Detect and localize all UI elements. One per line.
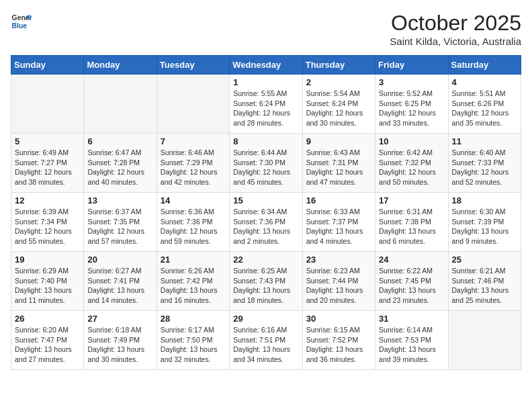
calendar-day-cell: 27Sunrise: 6:18 AMSunset: 7:49 PMDayligh… [84, 311, 157, 370]
day-info: Sunrise: 5:52 AMSunset: 6:25 PMDaylight:… [379, 89, 444, 128]
day-number: 26 [15, 314, 80, 324]
day-info: Sunrise: 6:26 AMSunset: 7:42 PMDaylight:… [161, 266, 226, 306]
day-number: 25 [452, 255, 517, 265]
day-number: 27 [87, 314, 152, 324]
calendar-day-cell: 19Sunrise: 6:29 AMSunset: 7:40 PMDayligh… [11, 252, 84, 311]
calendar-day-cell: 18Sunrise: 6:30 AMSunset: 7:39 PMDayligh… [448, 193, 521, 252]
day-number: 10 [379, 136, 444, 146]
day-info: Sunrise: 6:27 AMSunset: 7:41 PMDaylight:… [87, 266, 152, 306]
calendar-week-row: 5Sunrise: 6:49 AMSunset: 7:27 PMDaylight… [11, 134, 521, 193]
logo: General Blue General Blue [11, 11, 32, 32]
day-number: 21 [161, 255, 226, 265]
day-number: 7 [161, 136, 226, 146]
day-number: 23 [306, 255, 371, 265]
day-number: 12 [15, 195, 80, 205]
day-number: 28 [161, 314, 226, 324]
logo-icon: General Blue [11, 11, 32, 32]
day-number: 18 [452, 195, 517, 205]
calendar-day-cell: 28Sunrise: 6:17 AMSunset: 7:50 PMDayligh… [157, 311, 229, 370]
weekday-header-thursday: Thursday [302, 56, 375, 75]
day-number: 20 [87, 255, 152, 265]
day-number: 24 [379, 255, 444, 265]
day-info: Sunrise: 6:21 AMSunset: 7:46 PMDaylight:… [452, 266, 517, 306]
day-number: 30 [306, 314, 371, 324]
calendar-day-cell: 21Sunrise: 6:26 AMSunset: 7:42 PMDayligh… [157, 252, 229, 311]
day-info: Sunrise: 6:37 AMSunset: 7:35 PMDaylight:… [87, 207, 152, 246]
title-block: October 2025 Saint Kilda, Victoria, Aust… [390, 11, 521, 47]
day-info: Sunrise: 6:31 AMSunset: 7:38 PMDaylight:… [379, 207, 444, 246]
calendar-day-cell: 24Sunrise: 6:22 AMSunset: 7:45 PMDayligh… [375, 252, 448, 311]
day-number: 31 [379, 314, 444, 324]
day-info: Sunrise: 6:15 AMSunset: 7:52 PMDaylight:… [306, 325, 371, 365]
calendar-day-cell: 9Sunrise: 6:43 AMSunset: 7:31 PMDaylight… [302, 134, 375, 193]
weekday-header-sunday: Sunday [11, 56, 84, 75]
day-info: Sunrise: 6:40 AMSunset: 7:33 PMDaylight:… [452, 148, 517, 187]
calendar-week-row: 26Sunrise: 6:20 AMSunset: 7:47 PMDayligh… [11, 311, 521, 370]
day-info: Sunrise: 6:44 AMSunset: 7:30 PMDaylight:… [233, 148, 298, 187]
calendar-day-cell: 23Sunrise: 6:23 AMSunset: 7:44 PMDayligh… [302, 252, 375, 311]
day-info: Sunrise: 6:22 AMSunset: 7:45 PMDaylight:… [379, 266, 444, 306]
day-number: 19 [15, 255, 80, 265]
calendar-empty-cell [448, 311, 521, 370]
calendar-day-cell: 14Sunrise: 6:36 AMSunset: 7:36 PMDayligh… [157, 193, 229, 252]
calendar-day-cell: 6Sunrise: 6:47 AMSunset: 7:28 PMDaylight… [84, 134, 157, 193]
day-info: Sunrise: 6:47 AMSunset: 7:28 PMDaylight:… [87, 148, 152, 187]
calendar-day-cell: 12Sunrise: 6:39 AMSunset: 7:34 PMDayligh… [11, 193, 84, 252]
day-info: Sunrise: 5:54 AMSunset: 6:24 PMDaylight:… [306, 89, 371, 128]
day-number: 14 [161, 195, 226, 205]
day-info: Sunrise: 5:51 AMSunset: 6:26 PMDaylight:… [452, 89, 517, 128]
day-info: Sunrise: 6:43 AMSunset: 7:31 PMDaylight:… [306, 148, 371, 187]
day-number: 6 [87, 136, 152, 146]
day-info: Sunrise: 6:30 AMSunset: 7:39 PMDaylight:… [452, 207, 517, 246]
calendar-day-cell: 13Sunrise: 6:37 AMSunset: 7:35 PMDayligh… [84, 193, 157, 252]
weekday-header-friday: Friday [375, 56, 448, 75]
calendar-day-cell: 7Sunrise: 6:46 AMSunset: 7:29 PMDaylight… [157, 134, 229, 193]
calendar-week-row: 19Sunrise: 6:29 AMSunset: 7:40 PMDayligh… [11, 252, 521, 311]
calendar-week-row: 1Sunrise: 5:55 AMSunset: 6:24 PMDaylight… [11, 75, 521, 134]
day-number: 17 [379, 195, 444, 205]
day-info: Sunrise: 6:49 AMSunset: 7:27 PMDaylight:… [15, 148, 80, 187]
day-info: Sunrise: 6:36 AMSunset: 7:36 PMDaylight:… [161, 207, 226, 246]
calendar-day-cell: 16Sunrise: 6:33 AMSunset: 7:37 PMDayligh… [302, 193, 375, 252]
day-number: 29 [233, 314, 298, 324]
day-info: Sunrise: 6:20 AMSunset: 7:47 PMDaylight:… [15, 325, 80, 365]
day-info: Sunrise: 6:33 AMSunset: 7:37 PMDaylight:… [306, 207, 371, 246]
calendar-day-cell: 1Sunrise: 5:55 AMSunset: 6:24 PMDaylight… [230, 75, 302, 134]
day-info: Sunrise: 6:29 AMSunset: 7:40 PMDaylight:… [15, 266, 80, 306]
day-info: Sunrise: 6:18 AMSunset: 7:49 PMDaylight:… [87, 325, 152, 365]
calendar-day-cell: 31Sunrise: 6:14 AMSunset: 7:53 PMDayligh… [375, 311, 448, 370]
day-info: Sunrise: 6:16 AMSunset: 7:51 PMDaylight:… [233, 325, 298, 365]
weekday-header-monday: Monday [84, 56, 157, 75]
calendar-day-cell: 30Sunrise: 6:15 AMSunset: 7:52 PMDayligh… [302, 311, 375, 370]
calendar-day-cell: 25Sunrise: 6:21 AMSunset: 7:46 PMDayligh… [448, 252, 521, 311]
weekday-header-saturday: Saturday [448, 56, 521, 75]
calendar-empty-cell [157, 75, 229, 134]
day-info: Sunrise: 6:25 AMSunset: 7:43 PMDaylight:… [233, 266, 298, 306]
day-info: Sunrise: 6:17 AMSunset: 7:50 PMDaylight:… [161, 325, 226, 365]
calendar-day-cell: 4Sunrise: 5:51 AMSunset: 6:26 PMDaylight… [448, 75, 521, 134]
calendar-empty-cell [11, 75, 84, 134]
day-info: Sunrise: 6:34 AMSunset: 7:36 PMDaylight:… [233, 207, 298, 246]
day-info: Sunrise: 6:46 AMSunset: 7:29 PMDaylight:… [161, 148, 226, 187]
day-number: 9 [306, 136, 371, 146]
calendar-empty-cell [84, 75, 157, 134]
calendar-day-cell: 20Sunrise: 6:27 AMSunset: 7:41 PMDayligh… [84, 252, 157, 311]
day-number: 13 [87, 195, 152, 205]
day-number: 11 [452, 136, 517, 146]
calendar-day-cell: 22Sunrise: 6:25 AMSunset: 7:43 PMDayligh… [230, 252, 302, 311]
calendar-day-cell: 29Sunrise: 6:16 AMSunset: 7:51 PMDayligh… [230, 311, 302, 370]
calendar-day-cell: 10Sunrise: 6:42 AMSunset: 7:32 PMDayligh… [375, 134, 448, 193]
calendar-table: SundayMondayTuesdayWednesdayThursdayFrid… [11, 55, 521, 370]
day-info: Sunrise: 6:14 AMSunset: 7:53 PMDaylight:… [379, 325, 444, 365]
day-number: 3 [379, 77, 444, 87]
page-header: General Blue General Blue October 2025 S… [11, 11, 521, 47]
svg-text:Blue: Blue [12, 22, 28, 30]
calendar-day-cell: 11Sunrise: 6:40 AMSunset: 7:33 PMDayligh… [448, 134, 521, 193]
day-number: 15 [233, 195, 298, 205]
calendar-day-cell: 3Sunrise: 5:52 AMSunset: 6:25 PMDaylight… [375, 75, 448, 134]
day-info: Sunrise: 6:42 AMSunset: 7:32 PMDaylight:… [379, 148, 444, 187]
calendar-day-cell: 17Sunrise: 6:31 AMSunset: 7:38 PMDayligh… [375, 193, 448, 252]
day-info: Sunrise: 5:55 AMSunset: 6:24 PMDaylight:… [233, 89, 298, 128]
calendar-day-cell: 26Sunrise: 6:20 AMSunset: 7:47 PMDayligh… [11, 311, 84, 370]
calendar-header-row: SundayMondayTuesdayWednesdayThursdayFrid… [11, 56, 521, 75]
